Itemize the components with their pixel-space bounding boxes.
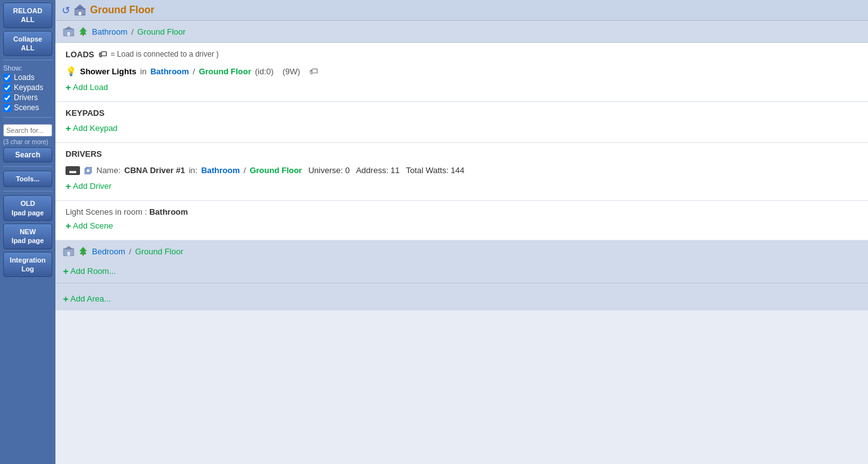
add-room-plus-icon: +	[63, 266, 69, 276]
scenes-label: Scenes	[14, 103, 39, 112]
load-name: Shower Lights	[80, 67, 137, 76]
add-driver-label: Add Driver	[73, 181, 111, 191]
driver-universe: Universe: 0	[308, 166, 350, 175]
drivers-checkbox[interactable]	[3, 94, 11, 102]
bulb-icon: 💡	[66, 66, 76, 76]
driver-name-label: Name:	[96, 166, 120, 175]
bathroom-slash: /	[131, 27, 134, 37]
driver-slash: /	[244, 166, 246, 175]
add-scene-plus-icon: +	[66, 220, 71, 231]
driver-watts: Total Watts: 144	[406, 166, 465, 175]
add-scene-link[interactable]: + Add Scene	[66, 220, 858, 231]
add-load-link[interactable]: + Add Load	[66, 82, 858, 93]
add-area-link[interactable]: + Add Area...	[63, 293, 860, 304]
bedroom-tree-icon	[78, 246, 88, 256]
collapse-all-button[interactable]: Collapse ALL	[3, 31, 52, 57]
load-slash: /	[193, 67, 195, 76]
svg-rect-7	[83, 35, 84, 36]
add-keypad-link[interactable]: + Add Keypad	[66, 123, 858, 133]
driver-hw-icon: ▬	[66, 166, 80, 175]
search-input[interactable]	[3, 124, 52, 137]
bedroom-link[interactable]: Bedroom	[92, 247, 125, 256]
add-area-plus-icon: +	[63, 293, 69, 304]
old-ipad-button[interactable]: OLDIpad page	[3, 195, 52, 221]
loads-description: = Load is connected to a driver )	[111, 50, 219, 59]
add-room-link[interactable]: + Add Room...	[63, 266, 860, 276]
load-floor-link[interactable]: Ground Floor	[199, 67, 251, 76]
add-driver-plus-icon: +	[66, 181, 71, 191]
svg-rect-8	[85, 169, 90, 174]
loads-checkbox[interactable]	[3, 74, 11, 82]
bedroom-room-icon	[63, 246, 74, 257]
load-id: (id:0)	[255, 67, 274, 76]
scenes-checkbox-item: Scenes	[3, 103, 52, 112]
add-load-plus-icon: +	[66, 82, 71, 93]
integration-log-button[interactable]: IntegrationLog	[3, 252, 52, 278]
load-in-text: in	[140, 67, 147, 76]
drivers-label: Drivers	[14, 93, 38, 102]
ground-floor-link-2[interactable]: Ground Floor	[135, 247, 183, 256]
svg-rect-9	[86, 167, 91, 173]
bathroom-tree-icon	[78, 26, 88, 37]
add-area-section: + Add Area...	[55, 283, 868, 310]
load-item-shower: 💡 Shower Lights in Bathroom / Ground Flo…	[66, 64, 858, 78]
loads-tag-icon: 🏷	[98, 49, 107, 59]
bathroom-room-header: Bathroom / Ground Floor	[55, 21, 868, 43]
drivers-title-text: DRIVERS	[66, 149, 102, 159]
new-ipad-button[interactable]: NEWIpad page	[3, 224, 52, 249]
add-keypad-plus-icon: +	[66, 123, 71, 133]
driver-floor-link[interactable]: Ground Floor	[249, 166, 302, 175]
search-box: (3 char or more) Search	[3, 124, 52, 162]
search-button[interactable]: Search	[3, 147, 52, 162]
driver-room-link[interactable]: Bathroom	[201, 166, 239, 175]
keypads-title-text: KEYPADS	[66, 108, 105, 118]
sidebar-divider-1	[3, 60, 52, 60]
svg-rect-5	[67, 32, 70, 36]
scenes-checkbox[interactable]	[3, 104, 11, 112]
driver-item-cbna: ▬ Name: CBNA Driver #1 in: Bathroom / Gr…	[66, 164, 858, 177]
load-tag-icon: 🏷	[309, 66, 318, 76]
drivers-title: DRIVERS	[66, 149, 858, 159]
main-content: ↺ Ground Floor Bathroom / Ground Floor L…	[55, 0, 868, 464]
drivers-checkbox-item: Drivers	[3, 93, 52, 102]
svg-marker-6	[79, 27, 87, 35]
tools-button[interactable]: Tools...	[3, 171, 52, 187]
svg-marker-4	[64, 26, 74, 30]
add-driver-link[interactable]: + Add Driver	[66, 181, 858, 191]
loads-title-text: LOADS	[66, 50, 94, 59]
loads-section: LOADS 🏷 = Load is connected to a driver …	[55, 43, 868, 102]
bathroom-room-icon	[63, 26, 74, 37]
bedroom-section: Bedroom / Ground Floor + Add Room...	[55, 240, 868, 283]
bathroom-link[interactable]: Bathroom	[92, 27, 127, 37]
show-section: Show: Loads Keypads Drivers Scenes	[3, 64, 52, 113]
add-room-label: Add Room...	[71, 266, 116, 276]
scenes-section: Light Scenes in room : Bathroom + Add Sc…	[55, 201, 868, 240]
reload-icon: ↺	[62, 4, 70, 16]
sidebar: RELOAD ALL Collapse ALL Show: Loads Keyp…	[0, 0, 55, 464]
sidebar-divider-2	[3, 117, 52, 118]
svg-rect-12	[67, 252, 70, 256]
driver-in-text: in:	[189, 166, 198, 175]
svg-marker-11	[64, 246, 74, 249]
loads-checkbox-item: Loads	[3, 73, 52, 82]
driver-name: CBNA Driver #1	[124, 166, 185, 175]
driver-copy-icon	[84, 166, 93, 175]
reload-all-button[interactable]: RELOAD ALL	[3, 3, 52, 28]
ground-floor-link-1[interactable]: Ground Floor	[137, 27, 186, 37]
scenes-prefix: Light Scenes in room :	[66, 207, 147, 217]
sidebar-divider-4	[3, 191, 52, 191]
svg-rect-14	[83, 254, 84, 256]
keypads-checkbox[interactable]	[3, 84, 11, 92]
load-watts: (9W)	[282, 67, 300, 76]
keypads-section: KEYPADS + Add Keypad	[55, 102, 868, 143]
search-hint: (3 char or more)	[3, 138, 52, 146]
keypads-label: Keypads	[14, 83, 43, 92]
floor-icon	[74, 4, 86, 16]
load-room-link[interactable]: Bathroom	[151, 67, 189, 76]
loads-label: Loads	[14, 73, 35, 82]
add-load-label: Add Load	[73, 82, 108, 92]
sidebar-divider-3	[3, 166, 52, 167]
scenes-header: Light Scenes in room : Bathroom	[66, 207, 858, 217]
svg-marker-13	[79, 247, 87, 254]
drivers-section: DRIVERS ▬ Name: CBNA Driver #1 in: Bathr…	[55, 143, 868, 201]
